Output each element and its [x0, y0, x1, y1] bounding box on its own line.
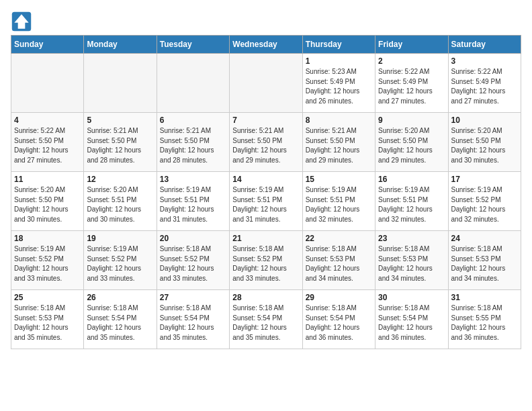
- day-number: 23: [378, 234, 445, 243]
- calendar-table: SundayMondayTuesdayWednesdayThursdayFrid…: [11, 35, 521, 349]
- calendar-cell: 19Sunrise: 5:19 AM Sunset: 5:52 PM Dayli…: [84, 231, 157, 290]
- calendar-cell: 26Sunrise: 5:18 AM Sunset: 5:54 PM Dayli…: [84, 290, 157, 349]
- day-info: Sunrise: 5:18 AM Sunset: 5:54 PM Dayligh…: [232, 304, 299, 342]
- calendar-cell: 6Sunrise: 5:21 AM Sunset: 5:50 PM Daylig…: [157, 113, 229, 172]
- calendar-cell: 13Sunrise: 5:19 AM Sunset: 5:51 PM Dayli…: [157, 172, 229, 231]
- calendar-cell: 20Sunrise: 5:18 AM Sunset: 5:52 PM Dayli…: [157, 231, 229, 290]
- page-header: [11, 11, 521, 32]
- day-info: Sunrise: 5:20 AM Sunset: 5:50 PM Dayligh…: [451, 126, 518, 165]
- calendar-cell: [84, 54, 157, 113]
- day-number: 1: [306, 56, 372, 66]
- day-info: Sunrise: 5:18 AM Sunset: 5:54 PM Dayligh…: [306, 304, 372, 342]
- day-info: Sunrise: 5:19 AM Sunset: 5:51 PM Dayligh…: [378, 185, 445, 224]
- logo: [11, 11, 35, 32]
- day-info: Sunrise: 5:21 AM Sunset: 5:50 PM Dayligh…: [306, 126, 372, 165]
- calendar-cell: 24Sunrise: 5:18 AM Sunset: 5:53 PM Dayli…: [448, 231, 521, 290]
- calendar-cell: 5Sunrise: 5:21 AM Sunset: 5:50 PM Daylig…: [84, 113, 157, 172]
- day-number: 20: [160, 234, 226, 243]
- calendar-week-2: 4Sunrise: 5:22 AM Sunset: 5:50 PM Daylig…: [11, 113, 521, 172]
- calendar-cell: 9Sunrise: 5:20 AM Sunset: 5:50 PM Daylig…: [375, 113, 448, 172]
- calendar-cell: 16Sunrise: 5:19 AM Sunset: 5:51 PM Dayli…: [375, 172, 448, 231]
- calendar-cell: 7Sunrise: 5:21 AM Sunset: 5:50 PM Daylig…: [230, 113, 302, 172]
- day-number: 4: [14, 116, 81, 125]
- day-header-friday: Friday: [375, 36, 448, 54]
- day-number: 26: [87, 293, 153, 302]
- calendar-cell: 14Sunrise: 5:19 AM Sunset: 5:51 PM Dayli…: [230, 172, 302, 231]
- calendar-cell: 31Sunrise: 5:18 AM Sunset: 5:55 PM Dayli…: [448, 290, 521, 349]
- day-number: 14: [232, 175, 299, 184]
- calendar-cell: 18Sunrise: 5:19 AM Sunset: 5:52 PM Dayli…: [11, 231, 84, 290]
- day-number: 24: [451, 234, 518, 243]
- day-number: 22: [306, 234, 372, 243]
- day-info: Sunrise: 5:18 AM Sunset: 5:53 PM Dayligh…: [378, 244, 445, 283]
- day-number: 31: [451, 293, 518, 302]
- day-info: Sunrise: 5:18 AM Sunset: 5:53 PM Dayligh…: [14, 304, 81, 342]
- day-info: Sunrise: 5:19 AM Sunset: 5:52 PM Dayligh…: [451, 185, 518, 224]
- day-info: Sunrise: 5:22 AM Sunset: 5:50 PM Dayligh…: [14, 126, 81, 165]
- day-number: 15: [306, 175, 372, 184]
- calendar-week-3: 11Sunrise: 5:20 AM Sunset: 5:50 PM Dayli…: [11, 172, 521, 231]
- day-number: 2: [378, 56, 445, 66]
- day-number: 5: [87, 116, 153, 125]
- day-info: Sunrise: 5:20 AM Sunset: 5:50 PM Dayligh…: [14, 185, 81, 224]
- day-info: Sunrise: 5:19 AM Sunset: 5:52 PM Dayligh…: [87, 244, 153, 283]
- day-number: 30: [378, 293, 445, 302]
- calendar-cell: [230, 54, 302, 113]
- day-header-thursday: Thursday: [302, 36, 375, 54]
- day-info: Sunrise: 5:23 AM Sunset: 5:49 PM Dayligh…: [306, 67, 372, 106]
- calendar-cell: 17Sunrise: 5:19 AM Sunset: 5:52 PM Dayli…: [448, 172, 521, 231]
- calendar-week-1: 1Sunrise: 5:23 AM Sunset: 5:49 PM Daylig…: [11, 54, 521, 113]
- calendar-cell: 30Sunrise: 5:18 AM Sunset: 5:54 PM Dayli…: [375, 290, 448, 349]
- day-info: Sunrise: 5:21 AM Sunset: 5:50 PM Dayligh…: [87, 126, 153, 165]
- calendar-cell: 10Sunrise: 5:20 AM Sunset: 5:50 PM Dayli…: [448, 113, 521, 172]
- day-info: Sunrise: 5:18 AM Sunset: 5:54 PM Dayligh…: [87, 304, 153, 342]
- day-number: 17: [451, 175, 518, 184]
- day-number: 29: [306, 293, 372, 302]
- day-number: 10: [451, 116, 518, 125]
- day-header-tuesday: Tuesday: [157, 36, 229, 54]
- day-header-saturday: Saturday: [448, 36, 521, 54]
- calendar-cell: 28Sunrise: 5:18 AM Sunset: 5:54 PM Dayli…: [230, 290, 302, 349]
- calendar-cell: 2Sunrise: 5:22 AM Sunset: 5:49 PM Daylig…: [375, 54, 448, 113]
- day-number: 21: [232, 234, 299, 243]
- day-number: 8: [306, 116, 372, 125]
- day-info: Sunrise: 5:18 AM Sunset: 5:52 PM Dayligh…: [160, 244, 226, 283]
- day-header-sunday: Sunday: [11, 36, 84, 54]
- day-number: 12: [87, 175, 153, 184]
- day-number: 18: [14, 234, 81, 243]
- calendar-cell: [157, 54, 229, 113]
- day-number: 6: [160, 116, 226, 125]
- day-number: 25: [14, 293, 81, 302]
- calendar-cell: 1Sunrise: 5:23 AM Sunset: 5:49 PM Daylig…: [302, 54, 375, 113]
- day-info: Sunrise: 5:21 AM Sunset: 5:50 PM Dayligh…: [160, 126, 226, 165]
- day-header-wednesday: Wednesday: [230, 36, 302, 54]
- logo-icon: [11, 11, 32, 32]
- day-info: Sunrise: 5:20 AM Sunset: 5:51 PM Dayligh…: [87, 185, 153, 224]
- day-number: 9: [378, 116, 445, 125]
- calendar-cell: 11Sunrise: 5:20 AM Sunset: 5:50 PM Dayli…: [11, 172, 84, 231]
- day-number: 28: [232, 293, 299, 302]
- day-info: Sunrise: 5:18 AM Sunset: 5:53 PM Dayligh…: [306, 244, 372, 283]
- day-info: Sunrise: 5:18 AM Sunset: 5:54 PM Dayligh…: [160, 304, 226, 342]
- calendar-cell: 4Sunrise: 5:22 AM Sunset: 5:50 PM Daylig…: [11, 113, 84, 172]
- day-info: Sunrise: 5:19 AM Sunset: 5:51 PM Dayligh…: [232, 185, 299, 224]
- calendar-cell: 15Sunrise: 5:19 AM Sunset: 5:51 PM Dayli…: [302, 172, 375, 231]
- calendar-cell: 27Sunrise: 5:18 AM Sunset: 5:54 PM Dayli…: [157, 290, 229, 349]
- day-info: Sunrise: 5:22 AM Sunset: 5:49 PM Dayligh…: [378, 67, 445, 106]
- calendar-cell: 29Sunrise: 5:18 AM Sunset: 5:54 PM Dayli…: [302, 290, 375, 349]
- day-info: Sunrise: 5:19 AM Sunset: 5:51 PM Dayligh…: [160, 185, 226, 224]
- calendar-body: 1Sunrise: 5:23 AM Sunset: 5:49 PM Daylig…: [11, 54, 521, 349]
- day-number: 16: [378, 175, 445, 184]
- day-info: Sunrise: 5:19 AM Sunset: 5:51 PM Dayligh…: [306, 185, 372, 224]
- day-number: 27: [160, 293, 226, 302]
- day-info: Sunrise: 5:18 AM Sunset: 5:54 PM Dayligh…: [378, 304, 445, 342]
- calendar-cell: 3Sunrise: 5:22 AM Sunset: 5:49 PM Daylig…: [448, 54, 521, 113]
- day-info: Sunrise: 5:20 AM Sunset: 5:50 PM Dayligh…: [378, 126, 445, 165]
- day-info: Sunrise: 5:21 AM Sunset: 5:50 PM Dayligh…: [232, 126, 299, 165]
- calendar-cell: 22Sunrise: 5:18 AM Sunset: 5:53 PM Dayli…: [302, 231, 375, 290]
- calendar-cell: 23Sunrise: 5:18 AM Sunset: 5:53 PM Dayli…: [375, 231, 448, 290]
- calendar-week-5: 25Sunrise: 5:18 AM Sunset: 5:53 PM Dayli…: [11, 290, 521, 349]
- day-header-monday: Monday: [84, 36, 157, 54]
- day-info: Sunrise: 5:19 AM Sunset: 5:52 PM Dayligh…: [14, 244, 81, 283]
- day-number: 11: [14, 175, 81, 184]
